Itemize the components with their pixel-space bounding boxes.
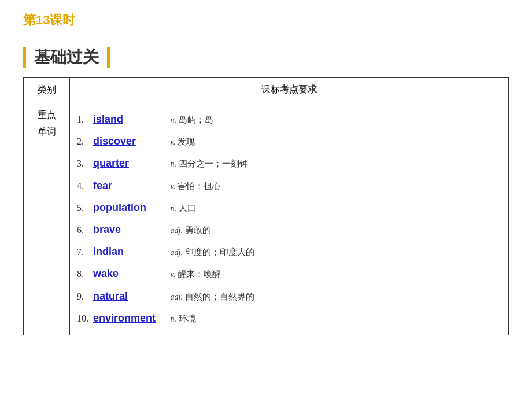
vocab-pos: adj. bbox=[168, 223, 183, 239]
page: 第13课时 基础过关 类别 课标考点要求 重点单词1.island n.岛屿；岛… bbox=[0, 0, 532, 399]
vocab-meaning: 害怕；担心 bbox=[178, 178, 221, 195]
vocab-word: environment bbox=[93, 308, 168, 328]
section-header: 基础过关 bbox=[23, 46, 509, 68]
vocab-meaning: 岛屿；岛 bbox=[179, 112, 213, 128]
vocab-word: discover bbox=[93, 131, 168, 151]
vocab-item: 2.discover v.发现 bbox=[77, 131, 501, 151]
vocab-meaning: 印度的；印度人的 bbox=[185, 244, 254, 261]
col2-prefix: 课标 bbox=[261, 84, 280, 94]
vocab-cell: 1.island n.岛屿；岛2.discover v.发现3.quarter … bbox=[70, 102, 509, 335]
vocab-word: wake bbox=[93, 264, 168, 283]
vocab-word: island bbox=[93, 109, 168, 129]
vocab-meaning: 四分之一；一刻钟 bbox=[179, 156, 248, 172]
vocab-number: 5. bbox=[77, 200, 93, 217]
vocab-word: population bbox=[93, 198, 168, 217]
section-bar-left bbox=[23, 47, 26, 68]
table-header-row: 类别 课标考点要求 bbox=[24, 78, 509, 102]
vocab-item: 4.fear v.害怕；担心 bbox=[77, 176, 501, 195]
vocab-meaning: 发现 bbox=[178, 134, 195, 150]
vocab-number: 6. bbox=[77, 221, 93, 239]
vocab-pos: v. bbox=[168, 267, 175, 283]
table-row: 重点单词1.island n.岛屿；岛2.discover v.发现3.quar… bbox=[24, 102, 509, 335]
vocab-meaning: 勇敢的 bbox=[185, 222, 211, 239]
vocab-meaning: 自然的；自然界的 bbox=[185, 289, 254, 305]
section-title: 基础过关 bbox=[31, 46, 102, 68]
vocab-pos: n. bbox=[168, 113, 176, 128]
vocab-pos: v. bbox=[168, 179, 175, 195]
vocab-number: 9. bbox=[77, 288, 93, 305]
vocab-item: 8.wake v.醒来；唤醒 bbox=[77, 264, 501, 283]
category-cell: 重点单词 bbox=[24, 102, 70, 335]
vocab-pos: n. bbox=[168, 201, 176, 217]
col-requirements-header: 课标考点要求 bbox=[70, 78, 509, 102]
vocab-word: fear bbox=[93, 176, 168, 195]
vocab-number: 3. bbox=[77, 155, 93, 172]
vocab-meaning: 人口 bbox=[179, 200, 196, 217]
vocab-number: 1. bbox=[77, 111, 93, 128]
col2-highlight: 考点要求 bbox=[280, 84, 317, 94]
vocab-word: natural bbox=[93, 286, 168, 306]
vocab-number: 8. bbox=[77, 265, 93, 283]
vocab-item: 5.population n.人口 bbox=[77, 198, 501, 217]
col-category-header: 类别 bbox=[24, 78, 70, 102]
vocab-word: Indian bbox=[93, 242, 168, 261]
vocab-item: 6.brave adj.勇敢的 bbox=[77, 220, 501, 239]
vocab-word: brave bbox=[93, 220, 168, 239]
vocab-number: 7. bbox=[77, 243, 93, 261]
vocab-item: 10.environment n.环境 bbox=[77, 308, 501, 328]
vocab-number: 10. bbox=[77, 310, 93, 327]
vocab-pos: adj. bbox=[168, 245, 183, 261]
vocab-item: 9.natural adj.自然的；自然界的 bbox=[77, 286, 501, 306]
vocab-item: 3.quarter n.四分之一；一刻钟 bbox=[77, 153, 501, 173]
vocab-meaning: 醒来；唤醒 bbox=[178, 266, 221, 283]
vocab-item: 7.Indian adj.印度的；印度人的 bbox=[77, 242, 501, 261]
main-table: 类别 课标考点要求 重点单词1.island n.岛屿；岛2.discover … bbox=[23, 77, 509, 335]
vocab-pos: n. bbox=[168, 157, 176, 172]
lesson-title: 第13课时 bbox=[23, 12, 509, 29]
vocab-pos: adj. bbox=[168, 290, 183, 305]
vocab-number: 4. bbox=[77, 178, 93, 195]
vocab-pos: n. bbox=[168, 312, 176, 327]
vocab-pos: v. bbox=[168, 135, 175, 150]
vocab-item: 1.island n.岛屿；岛 bbox=[77, 109, 501, 129]
section-bar-right bbox=[107, 47, 110, 68]
vocab-number: 2. bbox=[77, 133, 93, 150]
vocab-meaning: 环境 bbox=[179, 311, 196, 327]
vocab-word: quarter bbox=[93, 153, 168, 173]
